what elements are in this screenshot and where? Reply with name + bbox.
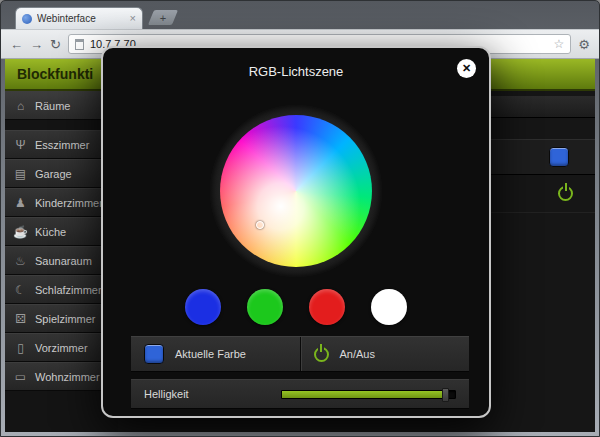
color-wheel-frame bbox=[210, 105, 382, 277]
tab-close-icon[interactable]: × bbox=[130, 13, 136, 24]
close-icon: ✕ bbox=[462, 63, 471, 74]
onoff-button[interactable]: An/Aus bbox=[301, 337, 470, 371]
preset-white-button[interactable] bbox=[371, 289, 407, 325]
preset-blue-button[interactable] bbox=[185, 289, 221, 325]
tab-title: Webinterface bbox=[37, 13, 125, 24]
brightness-label: Helligkeit bbox=[144, 388, 189, 400]
browser-menu-icon[interactable]: ⚙ bbox=[578, 37, 590, 52]
dialog-close-button[interactable]: ✕ bbox=[457, 59, 476, 78]
new-tab-button[interactable]: + bbox=[148, 10, 178, 25]
sidebar-item-label: Saunaraum bbox=[35, 255, 92, 267]
dice-icon: ⚄ bbox=[13, 312, 28, 326]
browser-titlebar: Webinterface × + bbox=[1, 1, 599, 29]
cutlery-icon: Ψ bbox=[13, 138, 28, 152]
dialog-title: RGB-Lichtszene bbox=[103, 64, 489, 79]
room-color-swatch[interactable] bbox=[549, 147, 569, 167]
power-icon[interactable] bbox=[558, 186, 573, 201]
page-icon bbox=[75, 39, 84, 50]
sofa-icon: ▭ bbox=[13, 370, 28, 384]
bookmark-star-icon[interactable]: ☆ bbox=[554, 37, 565, 51]
brightness-handle[interactable] bbox=[442, 388, 449, 402]
forward-button[interactable]: → bbox=[30, 38, 43, 51]
color-wheel[interactable] bbox=[220, 115, 372, 267]
back-button[interactable]: ← bbox=[10, 38, 23, 51]
current-color-swatch bbox=[144, 344, 164, 364]
brightness-row: Helligkeit bbox=[131, 379, 469, 409]
sidebar-item-label: Wohnzimmer bbox=[35, 371, 100, 383]
bed-icon: ☾ bbox=[13, 283, 28, 297]
sidebar-item-label: Esszimmer bbox=[35, 139, 89, 151]
sidebar-item-label: Schlafzimmer bbox=[35, 284, 102, 296]
color-wheel-selector[interactable] bbox=[256, 221, 264, 229]
rgb-dialog: ✕ RGB-Lichtszene Aktuelle Farbe An/Aus H… bbox=[101, 46, 491, 418]
sidebar-item-label: Spielzimmer bbox=[35, 313, 96, 325]
sidebar-item-label: Kinderzimmer bbox=[35, 197, 103, 209]
preset-colors bbox=[103, 289, 489, 325]
current-color-label: Aktuelle Farbe bbox=[175, 348, 246, 360]
preset-green-button[interactable] bbox=[247, 289, 283, 325]
sauna-icon: ♨ bbox=[13, 254, 28, 268]
onoff-label: An/Aus bbox=[340, 348, 375, 360]
garage-icon: ▤ bbox=[13, 167, 28, 181]
power-icon bbox=[314, 347, 329, 362]
home-icon: ⌂ bbox=[13, 99, 28, 113]
browser-window: Webinterface × + ← → ↻ 10.7.7.70 ☆ ⚙ Blo… bbox=[0, 0, 600, 437]
tab-favicon-icon bbox=[22, 14, 32, 24]
sidebar-item-label: Räume bbox=[35, 100, 70, 112]
reload-button[interactable]: ↻ bbox=[50, 38, 61, 51]
toy-icon: ♟ bbox=[13, 196, 28, 210]
sidebar-item-label: Küche bbox=[35, 226, 66, 238]
browser-tab[interactable]: Webinterface × bbox=[15, 7, 143, 29]
kitchen-icon: ☕ bbox=[13, 225, 28, 239]
sidebar-item-label: Vorzimmer bbox=[35, 342, 88, 354]
sidebar-item-label: Garage bbox=[35, 168, 72, 180]
preset-red-button[interactable] bbox=[309, 289, 345, 325]
brightness-slider[interactable] bbox=[281, 390, 456, 399]
app-header-title: Blockfunkti bbox=[17, 66, 93, 82]
current-color-cell[interactable]: Aktuelle Farbe bbox=[131, 337, 300, 371]
control-bar: Aktuelle Farbe An/Aus bbox=[131, 336, 469, 372]
brightness-fill bbox=[282, 391, 444, 398]
door-icon: ▯ bbox=[13, 341, 28, 355]
